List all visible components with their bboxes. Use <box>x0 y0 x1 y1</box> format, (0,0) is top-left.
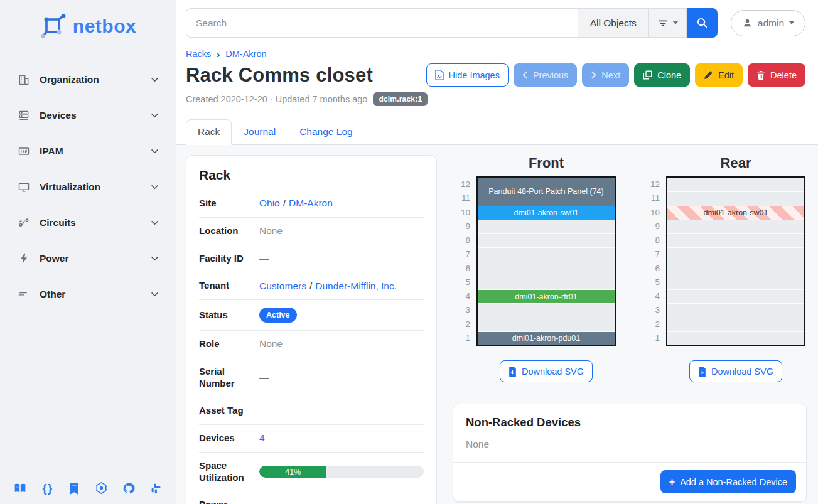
rack-unit-empty[interactable] <box>667 262 804 276</box>
edit-button[interactable]: Edit <box>695 63 743 87</box>
sidebar-item-other[interactable]: Other <box>0 276 176 312</box>
unit-number: 5 <box>643 276 666 289</box>
delete-button[interactable]: Delete <box>748 63 805 87</box>
unit-number: 12 <box>454 178 476 191</box>
unit-number: 4 <box>643 289 666 303</box>
chevron-down-icon <box>149 110 160 121</box>
rack-unit-empty[interactable] <box>667 303 804 317</box>
rack-unit-empty[interactable] <box>667 191 804 205</box>
sidebar-item-virtualization[interactable]: Virtualization <box>0 169 176 205</box>
lightning-icon <box>18 252 30 265</box>
rack-device[interactable]: dmi01-akron-sw01 <box>478 206 615 220</box>
add-non-racked-device-button[interactable]: + Add a Non-Racked Device <box>660 470 796 493</box>
rack-unit-empty[interactable] <box>667 178 804 191</box>
search-submit-button[interactable] <box>687 8 718 38</box>
download-svg-rear-button[interactable]: Download SVG <box>689 360 782 382</box>
rack-unit-empty[interactable] <box>478 303 615 317</box>
rack-device[interactable]: dmi01-akron-rtr01 <box>478 289 615 303</box>
search-filter-button[interactable] <box>648 8 687 38</box>
action-buttons: Hide Images Previous Next <box>426 63 805 87</box>
sidebar-item-organization[interactable]: Organization <box>0 62 176 97</box>
rack-unit-empty[interactable] <box>667 247 804 261</box>
sidebar-item-label: IPAM <box>40 146 63 157</box>
tab-journal[interactable]: Journal <box>232 119 288 145</box>
breadcrumb-dm-akron[interactable]: DM-Akron <box>225 49 266 59</box>
rack-unit-empty[interactable] <box>478 220 615 233</box>
sidebar-nav: Organization Devices <box>0 62 176 312</box>
elevation-title: Front <box>476 155 616 171</box>
sidebar-item-label: Power <box>40 253 69 264</box>
rack-unit-empty[interactable] <box>478 262 615 276</box>
copy-icon <box>643 70 652 80</box>
rear-elevation: Rear 121110987654321 dmi01-akron-sw01 Do… <box>643 155 805 382</box>
chevron-down-icon <box>149 217 160 228</box>
rack-unit-empty[interactable] <box>667 276 804 289</box>
rack-unit-empty[interactable] <box>478 276 615 289</box>
site-link[interactable]: Ohio <box>259 198 280 209</box>
rack-unit-empty[interactable] <box>667 289 804 303</box>
search-scope-button[interactable]: All Objects <box>578 8 648 38</box>
topbar: All Objects admin <box>176 0 818 45</box>
rack-unit-empty[interactable] <box>667 233 804 247</box>
global-search: All Objects <box>186 8 718 38</box>
docs-book-icon[interactable] <box>12 480 28 496</box>
rack-unit-empty[interactable] <box>478 233 615 247</box>
code-braces-icon[interactable]: { } <box>39 480 55 496</box>
download-svg-front-button[interactable]: Download SVG <box>500 360 593 382</box>
role-value: None <box>259 338 283 350</box>
journal-icon[interactable] <box>66 480 82 496</box>
sidebar-item-label: Organization <box>40 74 99 85</box>
netbox-logo[interactable]: netbox <box>0 0 176 45</box>
serial-number-value: — <box>259 372 269 383</box>
rack-unit-empty[interactable] <box>667 220 804 233</box>
front-rack-graphic: Panduit 48-Port Patch Panel (74)dmi01-ak… <box>476 176 616 346</box>
hide-images-button[interactable]: Hide Images <box>426 63 509 87</box>
unit-numbers: 121110987654321 <box>454 176 476 346</box>
rack-unit-empty[interactable] <box>478 247 615 261</box>
previous-button[interactable]: Previous <box>514 63 577 87</box>
row-power-utilization: Power Utilization 0% <box>199 491 424 504</box>
row-space-utilization: Space Utilization 41% <box>199 453 424 492</box>
slack-icon[interactable] <box>148 480 164 496</box>
next-button[interactable]: Next <box>582 63 629 87</box>
building-icon <box>18 73 30 86</box>
sidebar-item-label: Other <box>40 289 65 300</box>
clone-button[interactable]: Clone <box>634 63 690 87</box>
sidebar-item-power[interactable]: Power <box>0 240 176 276</box>
unit-number: 3 <box>643 303 666 317</box>
unit-number: 12 <box>643 178 666 191</box>
unit-number: 6 <box>643 262 666 276</box>
tenant-group-link[interactable]: Customers <box>259 281 306 292</box>
community-hexagon-icon[interactable] <box>94 480 110 496</box>
sidebar-item-devices[interactable]: Devices <box>0 97 176 133</box>
github-icon[interactable] <box>121 480 137 496</box>
search-input[interactable] <box>186 8 578 38</box>
rack-unit-empty[interactable] <box>667 318 804 331</box>
tab-rack[interactable]: Rack <box>186 119 232 145</box>
rear-rack-graphic: dmi01-akron-sw01 <box>666 176 805 346</box>
row-tenant: Tenant Customers / Dunder-Mifflin, Inc. <box>199 272 424 300</box>
plus-icon: + <box>669 477 675 487</box>
rack-unit-empty[interactable] <box>478 318 615 331</box>
tenant-link[interactable]: Dunder-Mifflin, Inc. <box>315 281 397 292</box>
content-area: Rack Site Ohio / DM-Akron Location None <box>176 145 818 504</box>
unit-number: 9 <box>643 220 666 233</box>
non-racked-devices-panel: Non-Racked Devices None + Add a Non-Rack… <box>453 404 807 502</box>
row-location: Location None <box>199 218 424 245</box>
device-count-link[interactable]: 4 <box>259 432 265 444</box>
pencil-icon <box>704 70 713 80</box>
user-menu-button[interactable]: admin <box>731 10 805 36</box>
sidebar-item-circuits[interactable]: Circuits <box>0 205 176 240</box>
sidebar-item-ipam[interactable]: IPAM <box>0 133 176 169</box>
rack-device[interactable]: Panduit 48-Port Patch Panel (74) <box>478 178 615 206</box>
monitor-icon <box>18 181 30 193</box>
breadcrumb-racks[interactable]: Racks <box>186 49 211 59</box>
sidebar-item-label: Virtualization <box>40 181 100 193</box>
site-group-link[interactable]: DM-Akron <box>289 198 333 209</box>
tab-change-log[interactable]: Change Log <box>288 119 364 145</box>
chevron-down-icon <box>149 74 160 85</box>
rack-unit-empty[interactable] <box>667 331 804 345</box>
rack-device[interactable]: dmi01-akron-pdu01 <box>478 331 615 345</box>
rack-device[interactable]: dmi01-akron-sw01 <box>667 206 804 220</box>
row-facility-id: Facility ID — <box>199 245 424 273</box>
